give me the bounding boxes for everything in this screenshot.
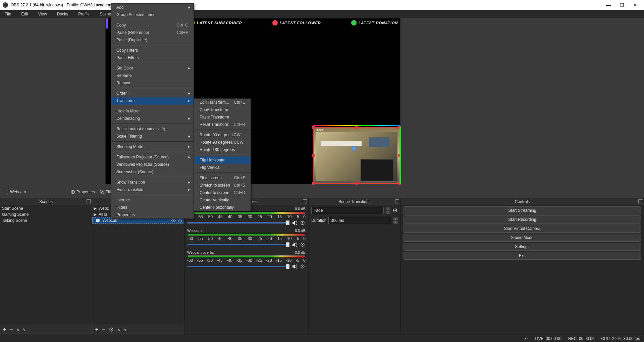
menu-profile[interactable]: Profile: [76, 11, 92, 17]
menu-item-stretch-to-screen[interactable]: Stretch to screenCtrl+S: [194, 182, 251, 189]
visibility-icon[interactable]: [171, 218, 176, 223]
webcam-source-bounds[interactable]: LIVE: [313, 127, 400, 184]
menu-item-transform[interactable]: Transform▶: [111, 97, 194, 104]
add-source-button[interactable]: +: [95, 326, 99, 333]
maximize-button[interactable]: ❐: [619, 2, 625, 8]
menu-item-rotate-90-degrees-cw[interactable]: Rotate 90 degrees CW: [194, 131, 251, 139]
menu-item-order[interactable]: Order▶: [111, 90, 194, 97]
chevron-right-icon: ▶: [188, 181, 190, 184]
gear-icon[interactable]: [300, 220, 306, 226]
chevron-right-icon: ▶: [188, 188, 190, 191]
volume-slider[interactable]: [187, 222, 289, 224]
minimize-button[interactable]: —: [605, 2, 612, 8]
menu-item-rotate-90-degrees-ccw[interactable]: Rotate 90 degrees CCW: [194, 139, 251, 146]
menu-item-set-color[interactable]: Set Color▶: [111, 64, 194, 72]
menu-edit[interactable]: Edit: [19, 11, 30, 17]
menu-item-scale-filtering[interactable]: Scale Filtering▶: [111, 133, 194, 140]
start-virtual-camera-button[interactable]: Start Virtual Camera: [404, 225, 641, 233]
menu-item-blending-mode[interactable]: Blending Mode▶: [111, 143, 194, 150]
transitions-dock: Scene Transitions Fade ▴▾ Duration 300 m…: [309, 198, 401, 335]
menu-file[interactable]: File: [3, 11, 13, 17]
detach-icon[interactable]: [87, 199, 91, 203]
menu-item-add[interactable]: Add▶: [111, 4, 194, 11]
menu-item-rename[interactable]: Rename: [111, 72, 194, 79]
speaker-icon[interactable]: [291, 263, 298, 270]
chevron-right-icon: ▶: [188, 6, 190, 9]
exit-button[interactable]: Exit: [404, 252, 641, 260]
remove-source-button[interactable]: −: [102, 326, 106, 333]
gear-icon[interactable]: [300, 242, 306, 248]
transition-select[interactable]: Fade: [311, 207, 384, 214]
svg-point-3: [100, 190, 102, 193]
menu-item-flip-vertical[interactable]: Flip Vertical: [194, 164, 251, 171]
menu-item-flip-horizontal[interactable]: Flip Horizontal: [194, 156, 251, 164]
menu-item-copy[interactable]: CopyCtrl+C: [111, 21, 194, 29]
properties-button[interactable]: Properties: [70, 190, 95, 194]
menu-item-center-to-screen[interactable]: Center to screenCtrl+D: [194, 189, 251, 196]
volume-slider[interactable]: [187, 266, 289, 267]
close-button[interactable]: ✕: [632, 2, 639, 8]
menu-item-copy-transform[interactable]: Copy Transform: [194, 106, 251, 113]
menu-item-screenshot-source-[interactable]: Screenshot (Source): [111, 168, 194, 176]
gear-icon: [70, 190, 75, 194]
chevron-right-icon: ▶: [188, 145, 190, 148]
menu-item-filters[interactable]: Filters: [111, 204, 194, 211]
chevron-down-icon[interactable]: ▾: [386, 211, 390, 214]
volume-slider[interactable]: [187, 244, 289, 245]
menu-view[interactable]: View: [36, 11, 49, 17]
source-down-button[interactable]: ∨: [124, 327, 127, 332]
menu-item-windowed-projector-source-[interactable]: Windowed Projector (Source): [111, 161, 194, 168]
menu-item-copy-filters: Copy Filters: [111, 47, 194, 54]
chevron-right-icon: ▶: [188, 117, 190, 120]
menu-item-group-selected-items[interactable]: Group Selected Items: [111, 11, 194, 18]
scene-item[interactable]: Gaming Scene: [0, 211, 92, 217]
track-name: Webcam: [187, 229, 306, 233]
start-recording-button[interactable]: Start Recording: [404, 215, 641, 224]
detach-icon[interactable]: [395, 199, 399, 203]
speaker-icon[interactable]: [291, 242, 298, 248]
scene-item[interactable]: Start Scene: [0, 205, 92, 211]
menu-item-paste-reference-: Paste (Reference)Ctrl+V: [111, 29, 194, 36]
chevron-down-icon[interactable]: ▾: [393, 221, 398, 224]
menu-item-rotate-180-degrees[interactable]: Rotate 180 degrees: [194, 146, 251, 153]
menu-item-remove[interactable]: Remove: [111, 79, 194, 87]
add-scene-button[interactable]: +: [3, 326, 6, 333]
overlay-labels: LATEST SUBSCRIBERLATEST FOLLOWERLATEST D…: [190, 18, 400, 27]
audio-meter: [187, 211, 306, 214]
menu-item-show-transition[interactable]: Show Transition▶: [111, 179, 194, 186]
menu-item-fit-to-screen[interactable]: Fit to screenCtrl+F: [194, 174, 251, 182]
menu-item-center-vertically[interactable]: Center Vertically: [194, 196, 251, 204]
duration-label: Duration: [311, 218, 326, 223]
menu-docks[interactable]: Docks: [55, 11, 70, 17]
lock-icon[interactable]: [178, 218, 182, 223]
menu-item-hide-in-mixer[interactable]: Hide in Mixer: [111, 107, 194, 115]
speaker-icon[interactable]: [291, 220, 298, 226]
menu-item-edit-transform-[interactable]: Edit Transform...Ctrl+E: [194, 99, 251, 106]
detach-icon[interactable]: [638, 199, 642, 203]
source-settings-button[interactable]: [109, 327, 114, 332]
shortcut: Ctrl+F: [234, 176, 245, 180]
start-streaming-button[interactable]: Start Streaming: [404, 206, 641, 214]
studio-mode-button[interactable]: Studio Mode: [404, 234, 641, 242]
source-context-menu[interactable]: Add▶Group Selected ItemsCopyCtrl+CPaste …: [111, 3, 194, 219]
transform-submenu[interactable]: Edit Transform...Ctrl+ECopy TransformPas…: [194, 98, 251, 211]
chevron-up-icon[interactable]: ▴: [393, 217, 398, 221]
duration-input[interactable]: 300 ms: [328, 217, 391, 224]
gear-icon[interactable]: [392, 208, 398, 213]
menu-item-resize-output-source-size-[interactable]: Resize output (source size): [111, 125, 194, 133]
scene-up-button[interactable]: ∧: [16, 327, 19, 332]
detach-icon[interactable]: [303, 199, 307, 203]
gear-icon[interactable]: [300, 263, 306, 270]
chevron-up-icon[interactable]: ▴: [386, 207, 390, 210]
settings-button[interactable]: Settings: [404, 243, 641, 251]
scene-item[interactable]: Talking Scene: [0, 217, 92, 224]
menu-item-fullscreen-projector-source-[interactable]: Fullscreen Projector (Source)▶: [111, 153, 194, 161]
scene-down-button[interactable]: ∨: [23, 327, 26, 332]
menu-item-reset-transform[interactable]: Reset TransformCtrl+R: [194, 121, 251, 128]
menu-item-hide-transition[interactable]: Hide Transition▶: [111, 186, 194, 193]
menu-item-deinterlacing[interactable]: Deinterlacing▶: [111, 115, 194, 122]
source-up-button[interactable]: ∧: [117, 327, 120, 332]
remove-scene-button[interactable]: −: [10, 326, 13, 333]
menu-item-properties[interactable]: Properties: [111, 211, 194, 218]
menu-item-center-horizontally[interactable]: Center Horizontally: [194, 204, 251, 211]
